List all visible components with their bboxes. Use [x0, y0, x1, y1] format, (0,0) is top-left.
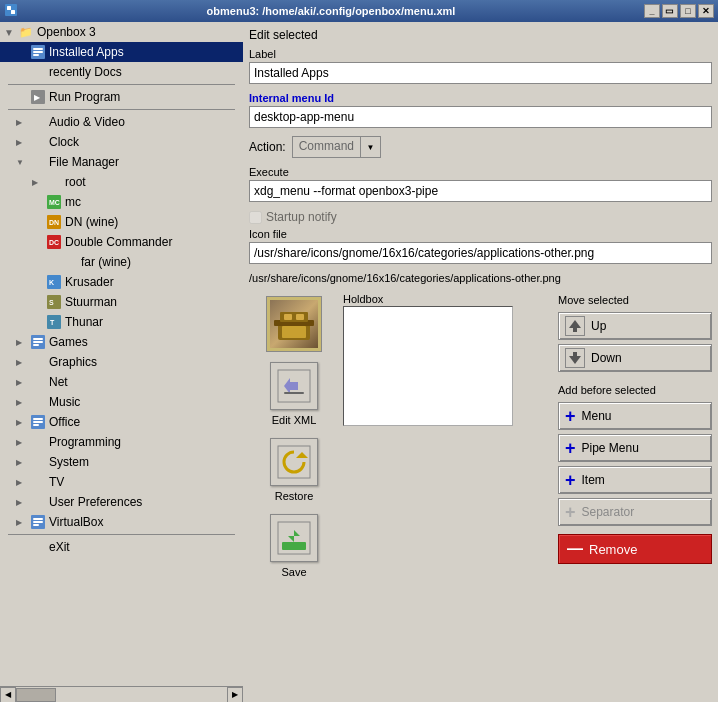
svg-text:K: K [49, 279, 54, 286]
arrow-openbox3: ▼ [4, 27, 18, 38]
dn-icon: DN [46, 214, 62, 230]
right-panel: Edit selected Label Internal menu Id Act… [243, 22, 718, 702]
clock-icon [30, 134, 46, 150]
tree-label-system: System [49, 455, 89, 469]
tree-item-run-program[interactable]: ▶ Run Program [0, 87, 243, 107]
tree-item-exit[interactable]: eXit [0, 537, 243, 557]
scroll-right-btn[interactable]: ▶ [227, 687, 243, 703]
maximize-button[interactable]: □ [680, 4, 696, 18]
add-menu-icon: + [565, 407, 576, 425]
add-item-label: Item [582, 473, 605, 487]
svg-rect-38 [296, 314, 304, 320]
run-icon: ▶ [30, 89, 46, 105]
tree-item-openbox3[interactable]: ▼ 📁 Openbox 3 [0, 22, 243, 42]
tree-item-stuurman[interactable]: S Stuurman [0, 292, 243, 312]
tree-item-office[interactable]: ▶ Office [0, 412, 243, 432]
scroll-track[interactable] [16, 687, 227, 703]
tree-item-root[interactable]: ▶ root [0, 172, 243, 192]
execute-input[interactable] [249, 180, 712, 202]
tree-item-mc[interactable]: MC mc [0, 192, 243, 212]
tree-item-user-preferences[interactable]: ▶ User Preferences [0, 492, 243, 512]
label-input[interactable] [249, 62, 712, 84]
add-separator-button[interactable]: + Separator [558, 498, 712, 526]
execute-label: Execute [249, 166, 712, 178]
icon-path-display: /usr/share/icons/gnome/16x16/categories/… [249, 272, 712, 284]
tree-item-krusader[interactable]: K Krusader [0, 272, 243, 292]
tree-item-audio-video[interactable]: ▶ Audio & Video [0, 112, 243, 132]
add-separator-icon: + [565, 503, 576, 521]
internal-id-input[interactable] [249, 106, 712, 128]
add-menu-button[interactable]: + Menu [558, 402, 712, 430]
tree-label-stuurman: Stuurman [65, 295, 117, 309]
tree-item-net[interactable]: ▶ Net [0, 372, 243, 392]
net-icon [30, 374, 46, 390]
startup-notify-row: Startup notify [249, 210, 712, 224]
graphics-icon [30, 354, 46, 370]
move-down-label: Down [591, 351, 622, 365]
scroll-left-btn[interactable]: ◀ [0, 687, 16, 703]
krusader-icon: K [46, 274, 62, 290]
svg-rect-34 [282, 326, 306, 338]
move-up-label: Up [591, 319, 606, 333]
move-up-button[interactable]: Up [558, 312, 712, 340]
move-down-button[interactable]: Down [558, 344, 712, 372]
svg-rect-27 [33, 421, 43, 423]
holdbox-area[interactable] [343, 306, 513, 426]
tree-item-recently-docs[interactable]: recently Docs [0, 62, 243, 82]
svg-rect-31 [33, 521, 43, 523]
tree-item-clock[interactable]: ▶ Clock [0, 132, 243, 152]
audio-icon [30, 114, 46, 130]
tree-item-thunar[interactable]: T Thunar [0, 312, 243, 332]
tree-item-installed-apps[interactable]: Installed Apps [0, 42, 243, 62]
remove-button[interactable]: — Remove [558, 534, 712, 564]
icon-file-input[interactable] [249, 242, 712, 264]
tree-item-double-commander[interactable]: DC Double Commander [0, 232, 243, 252]
menu-icon [30, 44, 46, 60]
tree-label-programming: Programming [49, 435, 121, 449]
add-item-button[interactable]: + Item [558, 466, 712, 494]
tree-item-dn-wine[interactable]: DN DN (wine) [0, 212, 243, 232]
tree-item-programming[interactable]: ▶ Programming [0, 432, 243, 452]
down-arrow-icon [565, 348, 585, 368]
tree-label-graphics: Graphics [49, 355, 97, 369]
restore-label: Restore [275, 490, 314, 502]
stuurman-icon: S [46, 294, 62, 310]
minimize-button[interactable]: _ [644, 4, 660, 18]
tree-item-tv[interactable]: ▶ TV [0, 472, 243, 492]
virtualbox-icon [30, 514, 46, 530]
icon-file-field-group: Icon file [249, 228, 712, 264]
tree-label-dn-wine: DN (wine) [65, 215, 118, 229]
tree-item-graphics[interactable]: ▶ Graphics [0, 352, 243, 372]
tree-item-far-wine[interactable]: far (wine) [0, 252, 243, 272]
thunar-icon: T [46, 314, 62, 330]
restore-button[interactable]: Restore [268, 436, 320, 504]
tree-label-games: Games [49, 335, 88, 349]
tree-item-virtualbox[interactable]: ▶ VirtualBox [0, 512, 243, 532]
tree-item-system[interactable]: ▶ System [0, 452, 243, 472]
tree-item-games[interactable]: ▶ Games [0, 332, 243, 352]
mc-icon: MC [46, 194, 62, 210]
svg-rect-47 [573, 328, 577, 332]
svg-rect-24 [33, 344, 39, 346]
close-button[interactable]: ✕ [698, 4, 714, 18]
root-icon [46, 174, 62, 190]
svg-text:▶: ▶ [34, 93, 41, 102]
up-arrow-icon [565, 316, 585, 336]
edit-xml-button[interactable]: Edit XML [268, 360, 320, 428]
label-field-label: Label [249, 48, 712, 60]
separator-3 [8, 534, 235, 535]
add-pipe-icon: + [565, 439, 576, 457]
save-button[interactable]: Save [268, 512, 320, 580]
edit-xml-icon [270, 362, 318, 410]
action-dropdown-btn[interactable]: ▼ [361, 136, 381, 158]
tree-item-file-manager[interactable]: ▼ File Manager [0, 152, 243, 172]
add-pipe-menu-button[interactable]: + Pipe Menu [558, 434, 712, 462]
svg-text:T: T [50, 319, 55, 326]
icon-file-label: Icon file [249, 228, 712, 240]
icon-actions-col: Edit XML Restore [249, 292, 339, 696]
save-icon [270, 514, 318, 562]
restore-button[interactable]: ▭ [662, 4, 678, 18]
tree-label-krusader: Krusader [65, 275, 114, 289]
tree-item-music[interactable]: ▶ Music [0, 392, 243, 412]
right-buttons-col: Move selected Up [552, 292, 712, 696]
